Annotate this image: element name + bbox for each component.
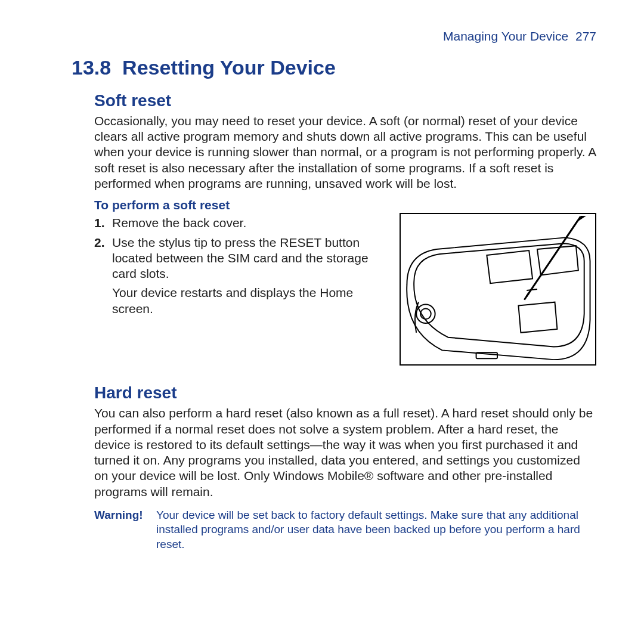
chapter-name: Managing Your Device [443,29,568,43]
device-illustration-icon [401,214,595,364]
soft-reset-heading: Soft reset [72,90,596,111]
step-continuation: Your device restarts and displays the Ho… [112,285,389,317]
soft-reset-steps: Remove the back cover. Use the stylus ti… [94,215,389,317]
list-item: Remove the back cover. [110,215,389,231]
page-number: 277 [575,29,596,43]
soft-reset-procedure-heading: To perform a soft reset [72,197,596,213]
hard-reset-heading: Hard reset [72,382,596,403]
device-reset-illustration [400,213,596,366]
warning-label: Warning! [94,508,156,552]
warning-block: Warning! Your device will be set back to… [72,508,596,552]
page-header: Managing Your Device 277 [72,29,596,44]
soft-reset-intro: Occasionally, you may need to reset your… [72,113,596,191]
warning-text: Your device will be set back to factory … [156,508,596,552]
step-text: Use the stylus tip to press the RESET bu… [112,236,369,281]
section-name: Resetting Your Device [122,56,336,79]
step-text: Remove the back cover. [112,216,246,230]
section-number: 13.8 [72,56,111,79]
soft-reset-steps-col: Remove the back cover. Use the stylus ti… [94,215,389,366]
section-title: 13.8 Resetting Your Device [72,55,596,80]
soft-reset-procedure-row: Remove the back cover. Use the stylus ti… [72,215,596,366]
hard-reset-intro: You can also perform a hard reset (also … [72,405,596,500]
list-item: Use the stylus tip to press the RESET bu… [110,235,389,317]
